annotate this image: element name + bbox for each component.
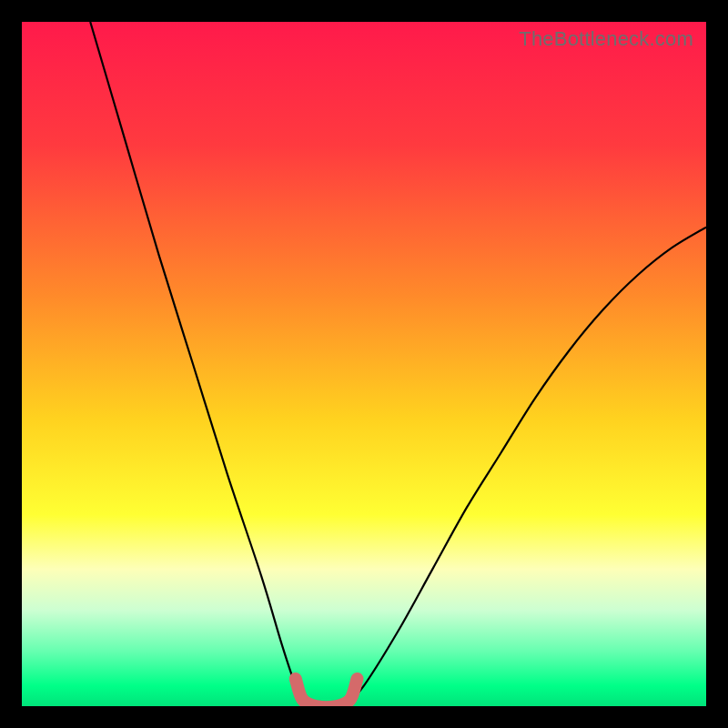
chart-frame: TheBottleneck.com xyxy=(22,22,706,706)
gradient-background xyxy=(22,22,706,706)
watermark-text: TheBottleneck.com xyxy=(519,27,693,51)
bottleneck-chart xyxy=(22,22,706,706)
